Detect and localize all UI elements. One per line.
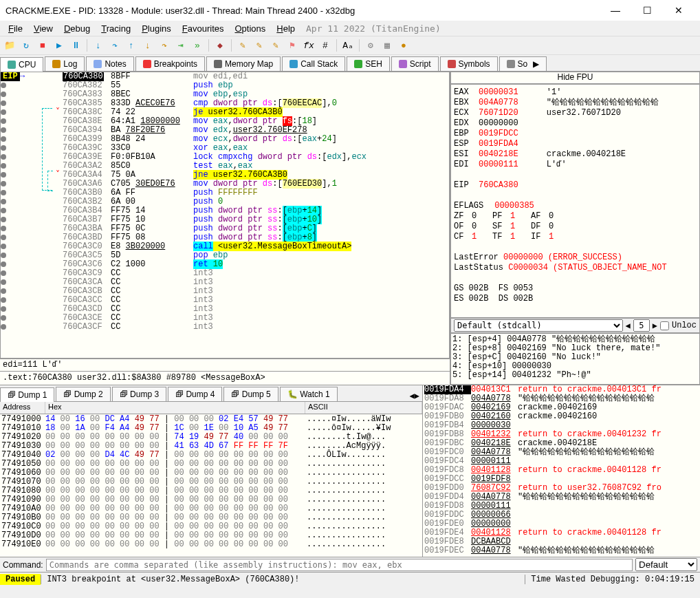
args-toolbar: Default (stdcall) ◀ ▶ Unloc bbox=[450, 318, 700, 333]
status-state: Paused bbox=[0, 574, 41, 585]
dump-tabs-scroll[interactable]: ◀▶ bbox=[407, 391, 422, 401]
run-until-icon[interactable]: » bbox=[190, 39, 204, 52]
tab-icon bbox=[52, 60, 61, 68]
tab-icon bbox=[94, 60, 102, 68]
stack-row[interactable]: 0019FDDC00000066 bbox=[423, 511, 700, 520]
step-over-icon[interactable]: ↷ bbox=[108, 39, 122, 52]
about-icon[interactable]: ● bbox=[397, 39, 411, 52]
hash-icon[interactable]: # bbox=[318, 39, 332, 52]
scylla-icon[interactable]: ◆ bbox=[213, 39, 227, 52]
tab-log[interactable]: Log bbox=[45, 56, 85, 71]
status-bar: Paused INT3 breakpoint at <user32.Messag… bbox=[0, 572, 700, 586]
stack-view[interactable]: 0019FDA4004013C1return to crackme.004013… bbox=[423, 385, 700, 557]
tab-icon bbox=[354, 60, 362, 68]
stack-row[interactable]: 0019FDE400401128return to crackme.004011… bbox=[423, 528, 700, 537]
patches-icon[interactable]: ✎ bbox=[236, 39, 250, 52]
menubar: FileViewDebugTracingPluginsFavouritesOpt… bbox=[0, 21, 700, 36]
tab-notes[interactable]: Notes bbox=[86, 56, 133, 71]
stop-icon[interactable]: ■ bbox=[36, 39, 50, 52]
dump-tab-1[interactable]: 🗊 Dump 1 bbox=[0, 387, 54, 402]
arg-row[interactable]: 5: [esp+14] 00401232 "Ph~!@" bbox=[452, 371, 698, 380]
dump-view[interactable]: 7749100014 00 16 00 DC A4 49 77 | 00 00 … bbox=[0, 414, 422, 557]
dump-row[interactable]: 774910E000 00 00 00 00 00 00 00 | 00 00 … bbox=[1, 540, 421, 549]
font-icon[interactable]: Aₐ bbox=[341, 39, 355, 52]
run-icon[interactable]: ▶ bbox=[52, 39, 66, 52]
toolbar: 📁 ↻ ■ ▶ ⏸ ↓ ↷ ↑ ↓ ↷ ⇥ » ◆ ✎ ✎ ✎ ⚑ fx # A… bbox=[0, 36, 700, 55]
trace-into-icon[interactable]: ↓ bbox=[141, 39, 155, 52]
dump-header-address[interactable]: Address bbox=[0, 402, 45, 414]
menu-favourites[interactable]: Favourites bbox=[177, 22, 230, 35]
arg-count-input[interactable] bbox=[633, 319, 650, 332]
tab-icon bbox=[507, 60, 515, 68]
command-combo[interactable]: Default bbox=[635, 558, 697, 571]
functions-icon[interactable]: fx bbox=[302, 39, 316, 52]
dump-tab-6[interactable]: 🐛 Watch 1 bbox=[280, 387, 338, 401]
registers-view[interactable]: EAX00000031 '1'EBX004A0778 "铪铪铪铪铪铪铪铪铪铪铪铪… bbox=[450, 84, 700, 318]
stack-row[interactable]: 0019FDC0004A0778"铪铪铪铪铪铪铪铪铪铪铪铪铪铪铪铪 bbox=[423, 448, 700, 457]
dump-header-ascii[interactable]: ASCII bbox=[305, 402, 422, 414]
menu-options[interactable]: Options bbox=[229, 22, 271, 35]
close-button[interactable]: ✕ bbox=[663, 0, 694, 21]
unlock-checkbox[interactable] bbox=[660, 321, 669, 330]
dump-header-hex[interactable]: Hex bbox=[45, 402, 305, 414]
command-label: Command: bbox=[3, 560, 43, 570]
info-line-1: edi=111 L'ď' bbox=[0, 359, 450, 371]
chevron-right-icon[interactable]: ▶ bbox=[653, 321, 657, 331]
settings-icon[interactable]: ⚙ bbox=[364, 39, 378, 52]
dump-tab-5[interactable]: 🗊 Dump 5 bbox=[223, 387, 278, 401]
tab-breakpoints[interactable]: Breakpoints bbox=[135, 56, 205, 71]
menu-help[interactable]: Help bbox=[271, 22, 300, 35]
tab-icon bbox=[214, 60, 222, 68]
view-tabs: CPULogNotesBreakpointsMemory MapCall Sta… bbox=[0, 55, 700, 72]
menu-file[interactable]: File bbox=[3, 22, 28, 35]
stack-row[interactable]: 0019FDD800000111 bbox=[423, 502, 700, 511]
titlebar: CRACKME.EXE - PID: 13328 - Module: user3… bbox=[0, 0, 700, 21]
tab-cpu[interactable]: CPU bbox=[0, 57, 43, 72]
tab-memory-map[interactable]: Memory Map bbox=[206, 56, 281, 71]
maximize-button[interactable]: ☐ bbox=[631, 0, 663, 21]
status-message: INT3 breakpoint at <user32.MessageBoxA> … bbox=[41, 575, 525, 584]
stack-row[interactable]: 0019FDD4004A0778"铪铪铪铪铪铪铪铪铪铪铪铪铪铪铪铪 bbox=[423, 493, 700, 502]
unlock-label: Unloc bbox=[672, 321, 697, 330]
chevron-left-icon[interactable]: ◀ bbox=[626, 321, 631, 331]
minimize-button[interactable]: — bbox=[600, 0, 631, 21]
stack-row[interactable]: 0019FDC800401128return to crackme.004011… bbox=[423, 466, 700, 475]
menu-debug[interactable]: Debug bbox=[58, 22, 96, 35]
calc-icon[interactable]: ▦ bbox=[380, 39, 394, 52]
dump-tab-3[interactable]: 🗊 Dump 3 bbox=[112, 387, 166, 401]
tab-seh[interactable]: SEH bbox=[347, 56, 390, 71]
menu-view[interactable]: View bbox=[28, 22, 58, 35]
disassembly-view[interactable]: EIP→ 760CA380 8BFF mov edi,edi 760CA382 … bbox=[0, 72, 450, 359]
tab-script[interactable]: Script bbox=[391, 56, 439, 71]
tab-icon bbox=[289, 60, 298, 68]
arguments-view[interactable]: 1: [esp+4] 004A0778 "铪铪铪铪铪铪铪铪铪铪铪铪2: [esp… bbox=[450, 333, 700, 385]
run-to-icon[interactable]: ⇥ bbox=[174, 39, 188, 52]
tab-call-stack[interactable]: Call Stack bbox=[282, 56, 345, 71]
restart-icon[interactable]: ↻ bbox=[19, 39, 33, 52]
disasm-row[interactable]: 760CA3CF CC int3 bbox=[1, 323, 449, 332]
labels-icon[interactable]: ✎ bbox=[269, 39, 283, 52]
step-out-icon[interactable]: ↑ bbox=[124, 39, 138, 52]
calling-convention-select[interactable]: Default (stdcall) bbox=[454, 319, 623, 332]
menu-tracing[interactable]: Tracing bbox=[96, 22, 136, 35]
trace-over-icon[interactable]: ↷ bbox=[157, 39, 171, 52]
stack-row[interactable]: 0019FDEC004A0778"铪铪铪铪铪铪铪铪铪铪铪铪铪铪铪铪 bbox=[423, 546, 700, 555]
dump-tab-4[interactable]: 🗊 Dump 4 bbox=[168, 387, 222, 401]
comments-icon[interactable]: ✎ bbox=[252, 39, 266, 52]
stack-row[interactable]: 0019FDB000402160crackme.00402160 bbox=[423, 412, 700, 421]
dump-header: Address Hex ASCII bbox=[0, 402, 422, 414]
pause-icon[interactable]: ⏸ bbox=[69, 39, 83, 52]
window-title: CRACKME.EXE - PID: 13328 - Module: user3… bbox=[6, 6, 600, 16]
menu-plugins[interactable]: Plugins bbox=[136, 22, 177, 35]
command-bar: Command: Default bbox=[0, 557, 700, 572]
tab-symbols[interactable]: Symbols bbox=[440, 56, 498, 71]
open-icon[interactable]: 📁 bbox=[3, 39, 17, 52]
step-into-icon[interactable]: ↓ bbox=[91, 39, 105, 52]
dump-tab-2[interactable]: 🗊 Dump 2 bbox=[56, 387, 110, 401]
hide-fpu-button[interactable]: Hide FPU bbox=[450, 72, 700, 84]
status-time: Time Wasted Debugging: 0:04:19:15 bbox=[525, 575, 700, 584]
tab-so[interactable]: So▶ bbox=[499, 56, 547, 71]
tab-icon bbox=[448, 60, 456, 68]
bookmarks-icon[interactable]: ⚑ bbox=[285, 39, 299, 52]
command-input[interactable] bbox=[46, 559, 633, 571]
